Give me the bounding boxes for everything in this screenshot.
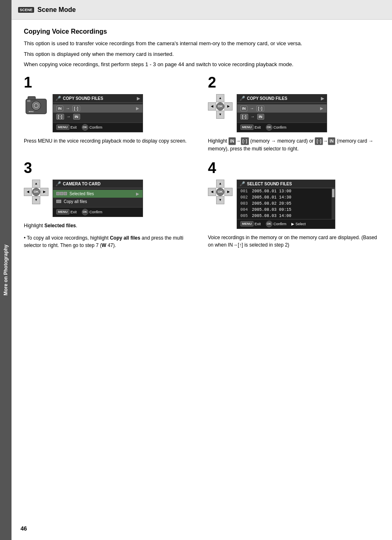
dpad-4[interactable]: ▲ ◀ OK ▶ ▼ [208,180,233,204]
step-4-footer: MENU Exit OK Confirm ▶ Select [237,219,335,228]
dpad-4-down[interactable]: ▼ [216,196,224,204]
step-3-note: • To copy all voice recordings, highligh… [24,234,196,249]
step-4-exit-btn: MENU Exit [240,221,261,226]
step-4: 4 ▲ ◀ OK ▶ ▼ 🎤 SEL [208,161,380,249]
main-content: Copying Voice Recordings This option is … [12,20,392,540]
step-3: 3 ▲ ◀ OK ▶ ▼ 🎤 CAM [24,161,196,249]
step-2-screen: 🎤 COPY SOUND FILES ▶ IN → [↑] ▶ [↑] [237,94,327,132]
step-3-screen-title: 🎤 CAMERA TO CARD [53,180,143,188]
step-1-content: MENU 🎤 COPY SOUND FILES ▶ IN → [↑] [24,94,196,132]
step-2-screen-body: IN → [↑] ▶ [↑] → IN [237,103,327,122]
step-2-number: 2 [208,75,380,90]
step-1-screen-title: 🎤 COPY SOUND FILES ▶ [53,95,143,103]
step-2-confirm-btn: OK Confirm [266,124,287,131]
intro-1: This option is used to transfer voice re… [24,39,380,48]
dpad-right[interactable]: ▶ [224,102,233,111]
step-3-confirm-btn: OK Confirm [82,209,103,215]
scrollbar-thumb [332,189,334,197]
step-1-row-1: IN → [↑] ▶ [53,104,143,113]
sidebar-tab: More on Photography [0,0,12,540]
step-4-number: 4 [208,161,380,175]
step-3-row-2: Copy all files [53,198,143,205]
scrollbar[interactable] [332,188,335,219]
step-2-exit-btn: MENU Exit [240,125,261,130]
intro-3: When copying voice recordings, first per… [24,60,380,69]
step-3-row-1: Selected files ▶ [53,190,143,198]
step-4-screen-title: 🎤 SELECT SOUND FILES [237,180,335,188]
step-2: 2 ▲ ◀ OK ▶ ▼ 🎤 COP [208,75,380,152]
step-3-exit-btn: MENU Exit [56,209,77,215]
dpad-4-right[interactable]: ▶ [224,188,233,196]
step-2-row-2: [↑] → IN [237,113,327,121]
dpad-up[interactable]: ▲ [216,94,224,102]
step-3-footer: MENU Exit OK Confirm [53,207,143,217]
page-header: SCENE Scene Mode [12,0,392,20]
step-4-desc: Voice recordings in the memory or on the… [208,234,380,249]
file-row-5[interactable]: 005 2005.08.03 14:00 [237,213,332,219]
step-1-row-2: [↑] → IN [53,113,143,121]
dpad-3-up[interactable]: ▲ [32,180,40,188]
step-4-screen: 🎤 SELECT SOUND FILES 001 2005.08.01 13:0… [237,180,335,229]
dpad-ok[interactable]: OK [216,102,224,111]
intro-2: This option is displayed only when the m… [24,50,380,58]
steps-grid: 1 MENU [24,75,380,249]
dpad-3-down[interactable]: ▼ [32,196,40,204]
section-title: Copying Voice Recordings [24,28,380,35]
step-3-screen: 🎤 CAMERA TO CARD Selected files ▶ [53,180,143,217]
step-1-desc: Press MENU in the voice recording playba… [24,137,196,145]
dpad-4-left[interactable]: ◀ [208,188,216,196]
sidebar-label: More on Photography [3,245,9,295]
dpad-down[interactable]: ▼ [216,111,224,119]
dpad-4-up[interactable]: ▲ [216,180,224,188]
step-1-confirm-btn: OK Confirm [82,124,103,131]
file-row-3[interactable]: 003 2005.08.02 20:05 [237,201,332,207]
step-4-files: 001 2005.08.01 13:00 002 2005.08.01 14:3… [237,188,332,219]
page-header-title: Scene Mode [37,6,76,14]
svg-rect-1 [28,97,35,100]
step-1-exit-btn: MENU Exit [56,125,77,130]
dpad-3[interactable]: ▲ ◀ OK ▶ ▼ [24,180,48,204]
step-2-row-1: IN → [↑] ▶ [237,104,327,113]
svg-text:MENU: MENU [29,111,34,113]
step-1-screen-body: IN → [↑] ▶ [↑] → IN [53,103,143,122]
step-1-number: 1 [24,75,196,90]
page-number: 46 [21,525,27,532]
dpad-3-right[interactable]: ▶ [40,188,48,196]
svg-point-4 [35,104,38,107]
step-2-footer: MENU Exit OK Confirm [237,122,327,132]
step-1: 1 MENU [24,75,196,152]
step-4-confirm-btn: OK Confirm [266,221,287,227]
step-4-file-list: 001 2005.08.01 13:00 002 2005.08.01 14:3… [237,188,335,219]
dpad-4-ok[interactable]: OK [216,188,224,196]
dpad-3-ok[interactable]: OK [32,188,40,196]
step-2-content: ▲ ◀ OK ▶ ▼ 🎤 COPY SOUND FILES ▶ [208,94,380,132]
step-1-screen: 🎤 COPY SOUND FILES ▶ IN → [↑] ▶ [↑] [53,94,143,132]
step-1-footer: MENU Exit OK Confirm [53,122,143,132]
step-3-number: 3 [24,161,196,175]
step-4-content: ▲ ◀ OK ▶ ▼ 🎤 SELECT SOUND FILES [208,180,380,229]
dpad-3-left[interactable]: ◀ [24,188,32,196]
step-4-select-btn: ▶ Select [291,222,306,226]
step-3-screen-body: Selected files ▶ Copy all files [53,188,143,207]
step-3-content: ▲ ◀ OK ▶ ▼ 🎤 CAMERA TO CARD [24,180,196,217]
dpad-left[interactable]: ◀ [208,102,216,111]
svg-rect-5 [27,100,30,102]
scene-icon: SCENE [18,7,34,13]
file-row-1[interactable]: 001 2005.08.01 13:00 [237,188,332,194]
dpad-2[interactable]: ▲ ◀ OK ▶ ▼ [208,94,233,119]
step-2-desc: Highlight IN→[↑] (memory → memory card) … [208,137,380,152]
file-row-4[interactable]: 004 2005.08.03 09:15 [237,207,332,213]
file-row-2[interactable]: 002 2005.08.01 14:30 [237,194,332,201]
step-3-desc: Highlight Selected files. [24,222,196,229]
step-2-screen-title: 🎤 COPY SOUND FILES ▶ [237,95,327,103]
camera-icon-1: MENU [24,94,48,117]
